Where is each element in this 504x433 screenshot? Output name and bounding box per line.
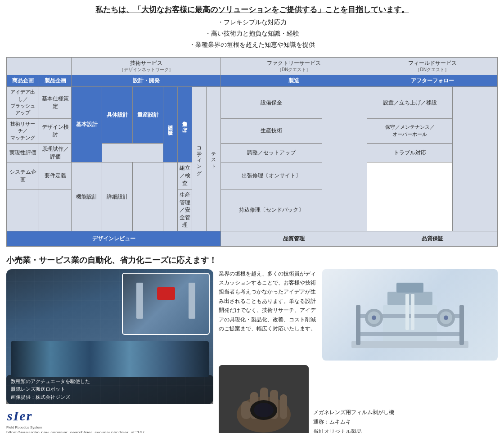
cell-tech-research: 技術リサーチ／ マッチング [7, 118, 39, 143]
cell-design-review-cell: デザイン検討 [39, 118, 72, 143]
empty-header [7, 57, 72, 75]
machine-svg [322, 269, 498, 359]
cell-detail-design: 詳細設計 [102, 162, 133, 231]
cell-mass-design: 量産設計 [133, 87, 163, 144]
svg-rect-6 [356, 305, 360, 345]
cell-basic-design: 基本設計 [72, 87, 102, 162]
svg-rect-5 [356, 332, 464, 336]
svg-rect-7 [459, 305, 464, 345]
col-design-dev: 設計・開発 [72, 75, 221, 87]
svg-point-16 [372, 316, 376, 320]
cell-requirement: 要件定義 [39, 162, 72, 189]
col-field-empty [453, 87, 498, 231]
cell-production-mgmt: 生産管理／安全管理 [178, 189, 192, 231]
cell-empty-sp [7, 189, 39, 231]
header-row-top: 技術サービス ［デザインネットワーク］ ファクトリーサービス ［DNクエスト］ … [7, 57, 498, 75]
cell-eval-verify: 評価／検証 [163, 87, 178, 162]
svg-rect-13 [396, 283, 423, 293]
inset-machine-image [122, 273, 210, 335]
bottom-section: 小売業・サービス業の自動化、省力化ニーズに応えます！ 数種類のアクチュエータを駆… [0, 251, 504, 433]
url-text: https://www.robo-navi.com/sier_search/si… [6, 430, 213, 433]
machine-caption2: 通称：ムキムキ [313, 417, 498, 427]
cell-mass-production: 量産立ち上げ [178, 87, 192, 162]
cell-trouble: トラブル対応 [367, 143, 453, 162]
bottom-right-caption: メガネレンズ用フィルム剥がし機 通称：ムキムキ 当社オリジナル製品 [313, 365, 498, 433]
cell-design-review-footer: デザインレビュー [7, 231, 221, 246]
bullet1: ・フレキシブルな対応力 [9, 17, 495, 28]
svg-text:・: ・ [28, 417, 32, 421]
svg-rect-24 [241, 401, 251, 419]
cell-empty-req [39, 189, 72, 231]
cell-coding: コーディング [192, 87, 207, 231]
factory-image: 数種類のアクチュエータを駆使した 眼鏡レンズ搬送ロボット 画像提供：株式会社ジン… [6, 269, 213, 404]
cell-basic-spec: 基本仕様策定 [39, 87, 72, 119]
svg-rect-14 [405, 294, 409, 330]
col-after-follow: アフターフォロー [367, 75, 498, 87]
cell-onsite: 出張修理〔オンサイト〕 [221, 162, 322, 189]
machine-part1 [136, 283, 143, 319]
col-factory-empty [322, 87, 367, 231]
svg-rect-15 [411, 294, 414, 330]
machine-image-right [322, 269, 498, 361]
field-service-header: フィールドサービス ［DNクエスト］ [367, 57, 498, 75]
table-row-4: システム企画 要件定義 機能設計 詳細設計 組立／検査 出張修理〔オンサイト〕 [7, 162, 498, 189]
sier-logo-svg: sIer ・ [6, 407, 42, 423]
cell-maintenance: 保守／メンテナンス／ オーバーホール [367, 118, 453, 143]
conveyor-lines [11, 341, 209, 377]
hand-image [219, 365, 309, 433]
col-manufacturing: 製造 [221, 75, 367, 87]
machine-part2 [189, 283, 195, 319]
machine-caption3: 当社オリジナル製品 [313, 427, 498, 433]
right-top: 業界の垣根を越え、多くの技術員がディスカッションすることで、お客様や技術担当者も… [219, 269, 498, 361]
cell-quality-mgmt: 品質管理 [221, 231, 367, 246]
cell-sendback: 持込修理〔センドバック〕 [221, 189, 322, 231]
table-footer-row: デザインレビュー 品質管理 品質保証 [7, 231, 498, 246]
cell-production-tech: 生産技術 [221, 118, 322, 143]
machine-caption1: メガネレンズ用フィルム剥がし機 [313, 408, 498, 418]
right-content: 業界の垣根を越え、多くの技術員がディスカッションすることで、お客様や技術担当者も… [219, 269, 498, 433]
cell-system-planning: システム企画 [7, 162, 39, 189]
cell-install: 設置／立ち上げ／移設 [367, 87, 453, 119]
bottom-content: 数種類のアクチュエータを駆使した 眼鏡レンズ搬送ロボット 画像提供：株式会社ジン… [6, 269, 498, 433]
cell-test: テスト [207, 87, 221, 231]
col-product-dev: 製品企画 [39, 75, 72, 87]
cell-quality-assurance: 品質保証 [367, 231, 498, 246]
service-table-wrapper: 技術サービス ［デザインネットワーク］ ファクトリーサービス ［DNクエスト］ … [0, 54, 504, 251]
bullet2: ・高い技術力と抱負な知識・経験 [9, 28, 495, 39]
svg-rect-23 [280, 394, 287, 419]
logo-subtitle: Field Robotics System [6, 425, 42, 429]
main-title: 私たちは、「大切なお客様に最高のソリューションをご提供する」ことを目指しています… [9, 5, 495, 15]
cell-assembly: 組立／検査 [178, 162, 192, 189]
left-images: 数種類のアクチュエータを駆使した 眼鏡レンズ搬送ロボット 画像提供：株式会社ジン… [6, 269, 213, 433]
cell-prototype: 原理試作／評価 [39, 143, 72, 162]
cell-adjustment: 調整／セットアップ [221, 143, 322, 162]
cell-function-design: 機能設計 [72, 162, 102, 231]
right-text: 業界の垣根を越え、多くの技術員がディスカッションすることで、お客様や技術担当者も… [219, 269, 318, 361]
logo-area: sIer ・ Field Robotics System [6, 407, 213, 429]
header-section: 私たちは、「大切なお客様に最高のソリューションをご提供する」ことを目指しています… [0, 0, 504, 54]
cell-concrete-mass-span [102, 143, 163, 162]
bottom-title: 小売業・サービス業の自動化、省力化ニーズに応えます！ [6, 255, 498, 266]
cell-feasibility: 実現性評価 [7, 143, 39, 162]
bullet3: ・業種業界の垣根を超えた知恵や知識を提供 [9, 39, 495, 50]
right-bottom: メガネレンズ用フィルム剥がし機 通称：ムキムキ 当社オリジナル製品 [219, 365, 498, 433]
service-table: 技術サービス ［デザインネットワーク］ ファクトリーサービス ［DNクエスト］ … [6, 57, 498, 247]
svg-point-26 [254, 403, 274, 417]
svg-rect-2 [351, 341, 468, 348]
svg-rect-12 [387, 292, 432, 305]
cell-concrete-design: 具体設計 [102, 87, 133, 144]
hand-svg [219, 365, 309, 433]
header-row-main: 商品企画 製品企画 設計・開発 製造 アフターフォロー [7, 75, 498, 87]
sier-logo: sIer ・ Field Robotics System [6, 407, 42, 429]
svg-point-17 [444, 316, 448, 320]
tech-service-header: 技術サービス ［デザインネットワーク］ [72, 57, 221, 75]
table-row-1: アイデア出し／ ブラッシュアップ 基本仕様策定 基本設計 具体設計 量産設計 評… [7, 87, 498, 119]
sub-bullets: ・フレキシブルな対応力 ・高い技術力と抱負な知識・経験 ・業種業界の垣根を超えた… [9, 17, 495, 51]
col-product-planning: 商品企画 [7, 75, 39, 87]
cell-empty-mass [163, 162, 178, 231]
cell-equipment-maintenance: 設備保全 [221, 87, 322, 119]
cell-empty-eval [133, 162, 163, 231]
factory-service-header: ファクトリーサービス ［DNクエスト］ [221, 57, 367, 75]
cell-idea: アイデア出し／ ブラッシュアップ [7, 87, 39, 119]
red-part [157, 287, 175, 300]
